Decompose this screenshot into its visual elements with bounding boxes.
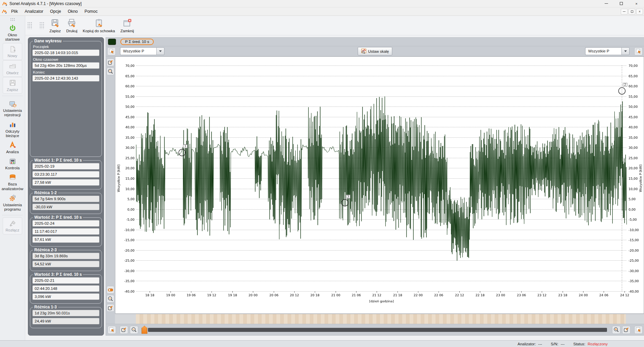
select-tool-button[interactable] — [107, 47, 116, 55]
edit-icon — [623, 327, 629, 333]
field-label: Okno czasowe — [33, 57, 100, 61]
select-tool-button[interactable] — [634, 326, 643, 334]
sn-value: --- — [561, 342, 565, 346]
series-select-right[interactable]: Wszystkie P — [585, 47, 630, 55]
series-select-right-value: Wszystkie P — [585, 47, 621, 55]
chart-scroll-row — [106, 324, 644, 335]
maximize-button[interactable] — [614, 0, 629, 7]
save-icon — [51, 18, 60, 29]
toolbar-button-drukuj[interactable]: Drukuj — [64, 17, 80, 33]
group-value[interactable]: 1d 23g 20m 50.031s — [32, 310, 100, 316]
drag-grip-icon[interactable] — [10, 18, 15, 21]
menu-item-plik[interactable]: Plik — [8, 8, 21, 15]
group-value[interactable]: 57,61 kW — [32, 236, 100, 243]
application-window: Sonel Analysis 4.7.1 - [Wykres czasowy] … — [0, 0, 644, 347]
edit-icon — [108, 305, 113, 311]
sidebar-item-analiza[interactable]: Analiza — [1, 139, 24, 156]
group-value[interactable]: 3,096 kW — [32, 293, 100, 300]
edit-icon — [108, 59, 113, 65]
zoom-out-button[interactable] — [107, 68, 114, 75]
mdi-restore-button[interactable] — [629, 9, 635, 14]
group-value[interactable]: 24,49 kW — [32, 318, 100, 324]
menu-item-analizator[interactable]: Analizator — [21, 8, 47, 15]
edit-chart-button[interactable] — [107, 58, 114, 66]
sidebar-item-label: Ustawienia programu — [1, 203, 24, 212]
field-value-okno-czasowe[interactable]: 5d 22g 40m 20s 128ms 200µs — [32, 62, 100, 69]
minimize-button[interactable] — [599, 0, 614, 7]
zoom-out-icon — [108, 296, 113, 302]
separator — [2, 96, 23, 96]
close-button[interactable]: × — [629, 0, 644, 7]
panel-title: Dane wykresu — [33, 39, 63, 43]
sidebar-item-baza-analizatorow[interactable]: Baza analizatorów — [1, 172, 24, 192]
group-wartosc-1-p-sred-10-s: Wartość 1: P Σ śred. 10 s2025-02-1903:23… — [30, 158, 102, 189]
field-value-poczatek[interactable]: 2025-02-18 14:03:10.015 — [32, 49, 100, 56]
chevron-down-icon[interactable] — [156, 47, 164, 55]
group-value[interactable]: 03:23:30.117 — [32, 171, 100, 178]
select-tool-button[interactable] — [108, 326, 116, 334]
sidebar-item-ustawienia-programu[interactable]: Ustawienia programu — [1, 192, 24, 213]
title-bar: Sonel Analysis 4.7.1 - [Wykres czasowy] … — [0, 0, 644, 7]
sidebar-item-rozlacz: Rozłącz — [3, 217, 22, 234]
separator — [2, 215, 23, 215]
group-value[interactable]: 2025-02-21 — [32, 277, 100, 284]
menu-item-pomoc[interactable]: Pomoc — [81, 8, 101, 15]
sidebar-item-okno-startowe[interactable]: Okno startowe — [1, 23, 24, 43]
group-title: Wartość 1: P Σ śred. 10 s — [33, 158, 83, 163]
series-select-left-value: Wszystkie P — [120, 47, 156, 55]
zoom-out-button[interactable] — [107, 295, 114, 303]
scrollbar-track[interactable] — [148, 328, 607, 332]
group-value[interactable]: 54,52 kW — [32, 261, 100, 267]
series-color-swatch[interactable] — [108, 39, 116, 45]
group-value[interactable]: 27,58 kW — [32, 179, 100, 186]
launcher-sidebar: Okno startoweNowyOtwórzZapiszUstawienia … — [0, 16, 25, 340]
edit-chart-button[interactable] — [120, 326, 128, 334]
select-icon — [636, 48, 641, 54]
sidebar-item-odczyty-biezace[interactable]: Odczyty bieżące — [1, 119, 24, 139]
edit-chart-button[interactable] — [622, 326, 631, 334]
sidebar-item-label: Analiza — [6, 150, 19, 154]
zoom-in-button[interactable] — [612, 326, 620, 334]
recorder-settings-icon — [8, 100, 17, 108]
series-select-left[interactable]: Wszystkie P — [120, 47, 164, 55]
toolbar-buttons: ZapiszDrukujKopiuj do schowkaZamknij — [47, 17, 137, 33]
series-legend-chip[interactable]: P Σ śred. 10 s — [120, 39, 154, 45]
edit-chart-button[interactable] — [107, 304, 114, 312]
chart-left-toolbar — [106, 56, 115, 314]
drag-grip-icon[interactable] — [39, 22, 44, 29]
group-value[interactable]: 3d 8g 33m 19.869s — [32, 253, 100, 259]
menu-item-okno[interactable]: Okno — [64, 8, 81, 15]
group-value[interactable]: 2025-02-19 — [32, 163, 100, 170]
time-plot-canvas[interactable] — [115, 57, 644, 313]
group-value[interactable]: -30,03 kW — [32, 204, 100, 210]
zoom-out-button[interactable] — [130, 326, 138, 334]
toolbar-button-zapisz[interactable]: Zapisz — [47, 17, 64, 33]
group-value[interactable]: 02:44:20.148 — [32, 285, 100, 292]
group-value[interactable]: 5d 7g 54m 9.900s — [32, 196, 100, 202]
mdi-close-button[interactable]: × — [636, 9, 643, 14]
menu-item-opcje[interactable]: Opcje — [47, 8, 65, 15]
toolbar-button-zamknij[interactable]: Zamknij — [118, 17, 137, 33]
zoom-in-icon — [613, 327, 619, 333]
chevron-down-icon[interactable] — [621, 47, 630, 55]
time-plot[interactable] — [115, 56, 644, 314]
set-scale-button[interactable]: Ustaw skalę — [358, 47, 392, 55]
group-title: Wartość 3: P Σ śred. 10 s — [33, 272, 83, 277]
sidebar-item-ustawienia-rejestracji[interactable]: Ustawienia rejestracji — [1, 98, 24, 119]
toggle-icon — [108, 287, 113, 293]
group-value[interactable]: 2025-02-24 — [32, 220, 100, 227]
group-title: Różnica 2-3 — [33, 248, 58, 252]
scrollbar-handle[interactable] — [142, 326, 147, 334]
app-logo-icon — [2, 1, 7, 6]
field-value-koniec[interactable]: 2025-02-24 12:43:30.143 — [32, 75, 100, 82]
sidebar-item-label: Otwórz — [6, 71, 18, 75]
select-tool-button[interactable] — [634, 47, 643, 55]
sidebar-item-kontrola[interactable]: Kontrola — [1, 156, 24, 172]
toolbar-button-label: Zapisz — [49, 29, 61, 33]
overview-band[interactable] — [136, 314, 626, 324]
mdi-minimize-button[interactable] — [621, 9, 628, 14]
group-value[interactable]: 11:17:40.017 — [32, 228, 100, 235]
toggle-button[interactable] — [107, 286, 114, 294]
toolbar-button-kopiuj-do-schowka[interactable]: Kopiuj do schowka — [80, 17, 118, 33]
drag-grip-icon[interactable] — [27, 22, 32, 29]
